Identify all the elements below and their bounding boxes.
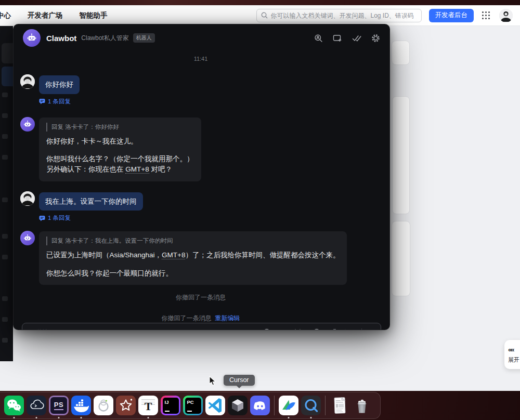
background-chat-list-strip (0, 26, 13, 361)
add-attachment-icon[interactable] (313, 329, 321, 330)
dock-separator (274, 396, 275, 415)
quoted-reply[interactable]: 回复 洛卡卡了：我在上海。设置一下你的时间 (46, 237, 340, 245)
chat-subtitle: Clawbot私人管家 (81, 34, 128, 43)
reply-bubble-icon (39, 215, 45, 221)
search-icon (261, 12, 268, 19)
message-text: 另外确认下：你现在也在 (46, 165, 125, 173)
running-indicator (58, 417, 60, 418)
clawbot-avatar[interactable] (23, 29, 41, 47)
reply-bubble-icon (39, 98, 45, 104)
message-composer[interactable]: Aa @ (22, 323, 381, 330)
user-message-bubble[interactable]: 你好你好 (39, 75, 80, 94)
bot-message-bubble[interactable]: 回复 洛卡卡了：你好你好 你好你好，卡卡～我在这儿。 你想叫我什么名字？（你定一… (39, 117, 201, 181)
macos-dock: PS T IJ PC (0, 392, 381, 419)
running-indicator (14, 417, 15, 418)
dock-trash-icon[interactable] (352, 396, 372, 415)
composer-divider (361, 329, 362, 330)
chat-list-item-fragment[interactable] (2, 43, 13, 63)
background-card-fragment (392, 221, 410, 296)
message-text: ）了；之后我给你算时间、做提醒都会按这个来。 (185, 251, 340, 259)
expand-label: 展开 (508, 356, 519, 364)
robot-icon (26, 32, 37, 44)
user-avatar[interactable] (20, 191, 35, 206)
dock-navicat-icon[interactable] (94, 396, 113, 415)
running-indicator (81, 417, 82, 418)
dock-intellij-idea-icon[interactable]: IJ (161, 396, 180, 415)
dock-cursor-icon[interactable] (228, 396, 248, 415)
dock-cloud-terminal-icon[interactable] (27, 396, 46, 415)
message-user-1: 你好你好 (20, 74, 381, 94)
dock-wechat-icon[interactable] (4, 396, 24, 415)
add-to-window-icon[interactable] (333, 34, 342, 43)
robot-icon (23, 233, 32, 243)
thread-reply-link[interactable]: 1 条回复 (39, 214, 381, 222)
bot-badge: 机器人 (133, 33, 155, 43)
chat-header-actions (314, 34, 380, 43)
gmt-underlined-text: GMT+8 (162, 251, 185, 259)
chat-header: Clawbot Clawbot私人管家 机器人 (14, 24, 389, 51)
mention-icon[interactable]: @ (279, 329, 286, 330)
dock-docker-icon[interactable] (71, 396, 91, 415)
dock-separator (325, 396, 326, 415)
dock-typora-icon[interactable]: T (138, 396, 158, 415)
settings-gear-icon[interactable] (371, 34, 380, 43)
nav-item-ai-assistant[interactable]: 智能助手 (80, 11, 108, 20)
clawbot-avatar[interactable] (20, 231, 35, 245)
nav-search-box[interactable] (256, 9, 422, 22)
person-avatar-icon (499, 9, 513, 22)
emoji-icon[interactable] (263, 329, 271, 330)
dock-photoshop-icon[interactable]: PS (49, 396, 69, 415)
quoted-reply[interactable]: 回复 洛卡卡了：你好你好 (46, 123, 194, 132)
send-button[interactable] (344, 329, 354, 330)
dock-documents-stack-icon[interactable] (330, 396, 349, 415)
dock-pycharm-icon[interactable]: PC (183, 396, 203, 415)
running-indicator (148, 417, 149, 418)
composer-toolbar: Aa @ (246, 329, 374, 330)
message-paragraph: 你想叫我什么名字？（你定一个我就用那个。） 另外确认下：你现在也在 GMT+8 … (46, 154, 194, 175)
chat-list-item-fragment-selected[interactable] (2, 67, 13, 86)
running-indicator (36, 417, 37, 418)
message-text: 已设置为上海时间（Asia/Shanghai， (46, 251, 162, 259)
running-indicator (310, 417, 312, 418)
app-launcher-icon[interactable] (482, 11, 490, 19)
expand-panel-button[interactable]: «« 展开 (504, 340, 520, 369)
developer-console-button[interactable]: 开发者后台 (429, 9, 474, 22)
nav-item-center[interactable]: 中心 (0, 11, 11, 20)
message-text: 对吧？ (149, 165, 172, 173)
user-message-bubble[interactable]: 我在上海。设置一下你的时间 (39, 192, 143, 211)
recalled-message-notice: 你撤回了一条消息重新编辑 (20, 314, 381, 323)
bot-message-bubble[interactable]: 回复 洛卡卡了：我在上海。设置一下你的时间 已设置为上海时间（Asia/Shan… (39, 231, 347, 285)
recalled-text: 你撤回了一条消息 (162, 314, 212, 322)
reply-count: 1 条回复 (48, 214, 71, 222)
mouse-cursor (209, 376, 217, 388)
thread-reply-link[interactable]: 1 条回复 (39, 98, 381, 106)
font-format-icon[interactable]: Aa (246, 329, 255, 330)
dock-star-app-icon[interactable] (116, 396, 136, 415)
recalled-message-notice: 你撤回了一条消息 (20, 293, 381, 302)
user-avatar[interactable] (20, 74, 35, 89)
search-members-icon[interactable] (314, 34, 323, 43)
expand-composer-icon[interactable] (329, 329, 336, 330)
message-user-2: 我在上海。设置一下你的时间 (20, 191, 381, 211)
dock-quicktime-icon[interactable] (301, 396, 321, 415)
message-bot-1: 回复 洛卡卡了：你好你好 你好你好，卡卡～我在这儿。 你想叫我什么名字？（你定一… (20, 117, 381, 181)
top-navigation: 中心 开发者广场 智能助手 开发者后台 (0, 5, 520, 26)
re-edit-link[interactable]: 重新编辑 (215, 314, 240, 322)
dock-discord-icon[interactable] (250, 396, 270, 415)
double-check-icon[interactable] (352, 34, 361, 42)
search-input[interactable] (271, 12, 417, 19)
screenshot-scissors-icon[interactable] (294, 329, 305, 330)
dock-vscode-icon[interactable] (205, 396, 225, 415)
dock-bird-app-icon[interactable] (279, 396, 298, 415)
reply-count: 1 条回复 (48, 98, 71, 106)
clawbot-chat-window: Clawbot Clawbot私人管家 机器人 11:41 (13, 24, 390, 330)
user-photo (20, 191, 35, 206)
clawbot-avatar[interactable] (20, 117, 35, 132)
message-input[interactable] (29, 329, 246, 330)
message-text: 你想叫我什么名字？（你定一个我就用那个。） (46, 155, 194, 163)
nav-item-developer-plaza[interactable]: 开发者广场 (28, 11, 63, 20)
chat-title: Clawbot (46, 34, 76, 43)
robot-icon (23, 120, 32, 129)
message-paragraph: 已设置为上海时间（Asia/Shanghai，GMT+8）了；之后我给你算时间、… (46, 250, 340, 260)
nav-user-avatar[interactable] (499, 9, 513, 22)
